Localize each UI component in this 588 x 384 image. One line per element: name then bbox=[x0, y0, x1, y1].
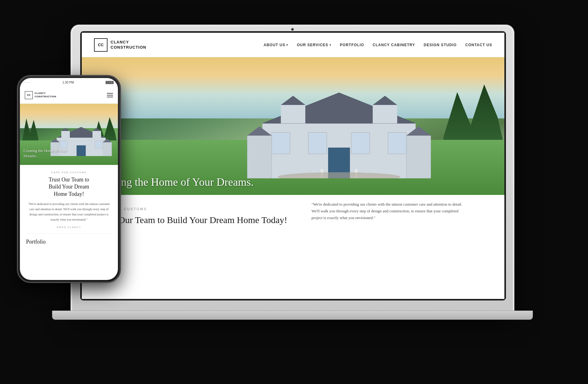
svg-rect-6 bbox=[272, 132, 290, 154]
phone-device: ······ 1:30 PM ▓▓▓▓ CC CLANCY CONSTRUCTI… bbox=[17, 75, 121, 283]
laptop-section-heading: Trust Our Team to Build Your Dream Home … bbox=[97, 214, 311, 226]
phone-body: ······ 1:30 PM ▓▓▓▓ CC CLANCY CONSTRUCTI… bbox=[17, 75, 121, 283]
svg-marker-5 bbox=[373, 96, 397, 105]
svg-rect-7 bbox=[308, 132, 327, 154]
svg-rect-9 bbox=[388, 132, 406, 154]
svg-rect-22 bbox=[103, 142, 112, 156]
laptop-hero: Creating the Home of Your Dreams. bbox=[82, 57, 504, 195]
laptop-device: CC CLANCY CONSTRUCTION ABOUT US ▾ bbox=[70, 24, 514, 321]
laptop-nav: CC CLANCY CONSTRUCTION ABOUT US ▾ bbox=[82, 33, 504, 57]
laptop-logo: CC CLANCY CONSTRUCTION bbox=[94, 38, 146, 52]
hero-image: Creating the Home of Your Dreams. bbox=[82, 57, 504, 195]
hamburger-menu-icon[interactable] bbox=[107, 93, 113, 97]
svg-marker-30 bbox=[92, 128, 101, 131]
svg-rect-29 bbox=[92, 131, 101, 138]
laptop-section-quote: "We're dedicated to providing our client… bbox=[311, 201, 465, 221]
phone-portfolio-link[interactable]: Portfolio bbox=[26, 239, 112, 245]
phone-status-bar: ······ 1:30 PM ▓▓▓▓ bbox=[20, 78, 118, 87]
laptop-camera bbox=[291, 28, 294, 31]
phone-hero-bg: Creating the Home of Your Dreams. bbox=[20, 104, 118, 165]
svg-rect-25 bbox=[60, 141, 67, 148]
logo-text: CLANCY CONSTRUCTION bbox=[111, 40, 146, 50]
nav-design-studio[interactable]: DESIGN STUDIO bbox=[424, 43, 457, 47]
logo-box: CC bbox=[94, 38, 107, 52]
laptop-body: CC CLANCY CONSTRUCTION ABOUT US ▾ bbox=[70, 24, 514, 312]
nav-cabinetry[interactable]: CLANCY CABINETRY bbox=[373, 43, 415, 47]
phone-divider bbox=[26, 233, 112, 234]
chevron-down-icon: ▾ bbox=[286, 43, 288, 47]
phone-logo-letters: CC bbox=[27, 94, 31, 96]
svg-marker-3 bbox=[281, 96, 305, 105]
phone-logo-box: CC bbox=[25, 91, 33, 99]
laptop-house bbox=[247, 87, 431, 180]
laptop-bezel: CC CLANCY CONSTRUCTION ABOUT US ▾ bbox=[80, 31, 506, 300]
phone-section-heading: Trust Our Team toBuild Your DreamHome To… bbox=[26, 176, 112, 198]
phone-screen: ······ 1:30 PM ▓▓▓▓ CC CLANCY CONSTRUCTI… bbox=[20, 78, 118, 280]
nav-contact[interactable]: CONTACT US bbox=[465, 43, 492, 47]
svg-rect-27 bbox=[61, 131, 70, 138]
nav-about[interactable]: ABOUT US ▾ bbox=[264, 43, 288, 47]
svg-rect-2 bbox=[281, 105, 305, 123]
laptop-content: CAPE COD CUSTOMS Trust Our Team to Build… bbox=[82, 195, 504, 299]
nav-portfolio[interactable]: PORTFOLIO bbox=[340, 43, 364, 47]
phone-hero-text: Creating the Home of Your Dreams. bbox=[24, 148, 67, 159]
phone-logo-text: CLANCY CONSTRUCTION bbox=[35, 92, 56, 98]
svg-rect-26 bbox=[95, 141, 103, 148]
laptop-base bbox=[52, 311, 533, 320]
svg-rect-13 bbox=[406, 136, 431, 178]
phone-section-quote: "We're dedicated to providing our client… bbox=[26, 201, 112, 222]
nav-links: ABOUT US ▾ OUR SERVICES ▾ PORTFOLIO CLAN… bbox=[264, 43, 492, 47]
hamburger-line bbox=[107, 97, 113, 97]
nav-services[interactable]: OUR SERVICES ▾ bbox=[297, 43, 331, 47]
svg-rect-11 bbox=[247, 136, 272, 178]
phone-battery-icon: ▓▓▓▓ bbox=[106, 81, 114, 84]
chevron-down-icon: ▾ bbox=[330, 43, 331, 47]
house-svg bbox=[247, 87, 431, 178]
hamburger-line bbox=[107, 93, 113, 94]
phone-nav: CC CLANCY CONSTRUCTION bbox=[20, 87, 118, 104]
svg-rect-24 bbox=[77, 145, 86, 156]
phone-time: 1:30 PM bbox=[62, 81, 74, 84]
svg-rect-8 bbox=[351, 132, 370, 154]
phone-content: CAPE COD CUSTOMS Trust Our Team toBuild … bbox=[20, 165, 118, 251]
phone-hero: Creating the Home of Your Dreams. bbox=[20, 104, 118, 165]
phone-section-label: CAPE COD CUSTOMS bbox=[26, 171, 112, 174]
svg-marker-28 bbox=[61, 128, 70, 131]
logo-letters: CC bbox=[98, 43, 104, 47]
svg-rect-4 bbox=[373, 105, 397, 123]
laptop-screen: CC CLANCY CONSTRUCTION ABOUT US ▾ bbox=[82, 33, 504, 299]
phone-author: GREG CLANCY bbox=[26, 226, 112, 229]
hamburger-line bbox=[107, 95, 113, 95]
phone-logo: CC CLANCY CONSTRUCTION bbox=[25, 91, 56, 99]
phone-dots: ······ bbox=[24, 81, 31, 84]
